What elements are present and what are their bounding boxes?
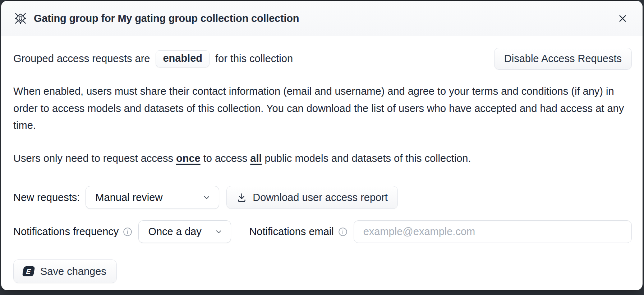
save-changes-button[interactable]: E Save changes: [13, 259, 117, 283]
access-note: Users only need to request access once t…: [13, 150, 632, 167]
note-part-3: public models and datasets of this colle…: [262, 153, 471, 164]
modal-body: Grouped access requests are enabled for …: [1, 36, 643, 290]
new-requests-label: New requests:: [13, 192, 80, 203]
description-paragraph: When enabled, users must share their con…: [13, 83, 632, 134]
new-requests-row: New requests: Manual review Dow: [13, 186, 632, 209]
info-icon[interactable]: [123, 227, 132, 237]
note-bold-all: all: [250, 153, 262, 164]
modal-title: Gating group for My gating group collect…: [34, 13, 299, 24]
gated-shield-icon: [13, 11, 28, 25]
close-button[interactable]: [615, 11, 630, 26]
footer-row: E Save changes: [13, 259, 632, 283]
notifications-row: Notifications frequency Once a day Notif…: [13, 220, 632, 243]
gating-group-modal: Gating group for My gating group collect…: [1, 1, 643, 290]
info-icon[interactable]: [338, 227, 348, 237]
status-text-after: for this collection: [215, 53, 293, 65]
notifications-frequency-select[interactable]: Once a day: [138, 220, 231, 243]
note-part-1: Users only need to request access: [13, 153, 176, 164]
close-icon: [618, 14, 627, 23]
save-button-label: Save changes: [40, 266, 106, 277]
notifications-email-label: Notifications email: [249, 226, 334, 238]
notifications-email-input[interactable]: [354, 220, 632, 243]
download-icon: [236, 192, 247, 203]
notifications-frequency-value: Once a day: [148, 226, 201, 238]
new-requests-selected-value: Manual review: [95, 192, 162, 203]
download-user-access-report-button[interactable]: Download user access report: [226, 186, 398, 209]
enterprise-badge-icon: E: [22, 266, 35, 276]
new-requests-select[interactable]: Manual review: [86, 186, 219, 209]
modal-header: Gating group for My gating group collect…: [1, 1, 643, 36]
chevron-down-icon: [215, 228, 223, 236]
note-bold-once: once: [176, 153, 201, 164]
download-button-label: Download user access report: [253, 192, 388, 203]
note-part-2: to access: [201, 153, 250, 164]
disable-access-requests-button[interactable]: Disable Access Requests: [494, 48, 632, 70]
chevron-down-icon: [202, 193, 211, 202]
status-text-before: Grouped access requests are: [13, 53, 150, 65]
notifications-frequency-label: Notifications frequency: [13, 226, 119, 238]
enabled-status-badge: enabled: [156, 50, 210, 67]
status-row: Grouped access requests are enabled for …: [13, 48, 632, 70]
